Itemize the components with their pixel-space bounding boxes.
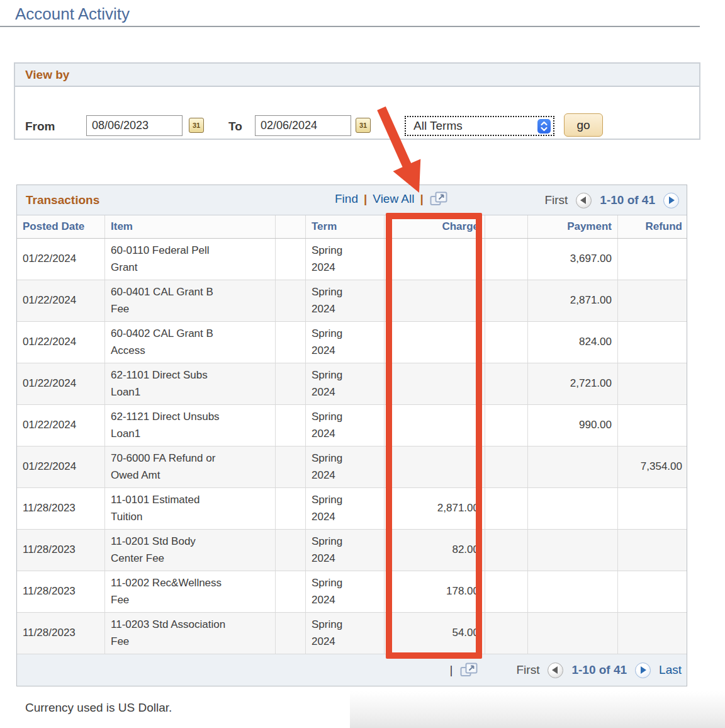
empty-cell bbox=[485, 530, 528, 571]
refund-cell bbox=[618, 613, 688, 654]
term-cell: Spring 2024 bbox=[306, 613, 385, 654]
term-cell: Spring 2024 bbox=[306, 280, 385, 321]
charge-cell bbox=[385, 322, 485, 363]
item-cell: 62-1101 Direct Subs Loan1 bbox=[105, 363, 276, 404]
empty-cell bbox=[485, 571, 528, 612]
transactions-titlebar: Transactions Find | View All | First 1-1… bbox=[17, 185, 687, 215]
table-row: 01/22/202462-1101 Direct Subs Loan1Sprin… bbox=[17, 363, 687, 405]
empty-cell bbox=[485, 405, 528, 446]
empty-cell bbox=[485, 613, 528, 654]
currency-note: Currency used is US Dollar. bbox=[25, 701, 172, 715]
from-calendar-icon[interactable]: 31 bbox=[189, 118, 204, 133]
table-row: 11/28/202311-0101 Estimated TuitionSprin… bbox=[17, 488, 687, 530]
previous-page-button[interactable] bbox=[548, 663, 563, 678]
empty-cell bbox=[485, 322, 528, 363]
view-by-body: From 31 To 31 All Terms go bbox=[15, 87, 699, 137]
row-range: 1-10 of 41 bbox=[600, 193, 655, 207]
table-row: 11/28/202311-0201 Std Body Center FeeSpr… bbox=[17, 530, 687, 571]
pagination-bottom-bar: | First 1-10 of 41 Last bbox=[17, 654, 687, 686]
table-row: 11/28/202311-0203 Std Association FeeSpr… bbox=[17, 613, 687, 654]
refund-cell bbox=[618, 530, 688, 571]
term-cell: Spring 2024 bbox=[306, 239, 385, 280]
refund-cell bbox=[618, 405, 688, 446]
term-select[interactable]: All Terms bbox=[405, 116, 554, 136]
from-label: From bbox=[25, 120, 55, 134]
col-empty-2 bbox=[485, 215, 528, 238]
table-body: 01/22/202460-0110 Federal Pell GrantSpri… bbox=[17, 239, 687, 654]
charge-cell: 54.00 bbox=[385, 613, 485, 654]
payment-cell: 824.00 bbox=[528, 322, 618, 363]
charge-cell: 2,871.00 bbox=[385, 488, 485, 529]
first-label: First bbox=[544, 193, 568, 207]
find-link[interactable]: Find bbox=[335, 192, 358, 206]
term-cell: Spring 2024 bbox=[306, 363, 385, 404]
posted-date-cell: 11/28/2023 bbox=[17, 488, 105, 529]
col-term: Term bbox=[306, 215, 385, 238]
item-cell: 60-0402 CAL Grant B Access bbox=[105, 322, 276, 363]
from-date-field[interactable] bbox=[86, 115, 183, 136]
view-by-title: View by bbox=[25, 68, 69, 82]
empty-cell bbox=[276, 571, 306, 612]
column-header-row: Posted Date Item Term Charge Payment Ref… bbox=[17, 215, 687, 239]
empty-cell bbox=[276, 322, 306, 363]
empty-cell bbox=[276, 363, 306, 404]
transactions-table: Transactions Find | View All | First 1-1… bbox=[16, 185, 687, 686]
go-button[interactable]: go bbox=[564, 113, 603, 137]
select-stepper-icon bbox=[537, 119, 551, 134]
payment-cell: 2,721.00 bbox=[528, 363, 618, 404]
item-cell: 11-0101 Estimated Tuition bbox=[105, 488, 276, 529]
refund-cell bbox=[618, 571, 688, 612]
to-calendar-icon[interactable]: 31 bbox=[356, 118, 371, 133]
payment-cell bbox=[528, 571, 618, 612]
refund-cell bbox=[618, 363, 688, 404]
row-range: 1-10 of 41 bbox=[571, 663, 627, 677]
to-label: To bbox=[228, 120, 242, 134]
next-page-button[interactable] bbox=[635, 663, 651, 678]
item-cell: 11-0201 Std Body Center Fee bbox=[105, 530, 276, 571]
posted-date-cell: 01/22/2024 bbox=[17, 322, 105, 363]
item-cell: 11-0202 Rec&Wellness Fee bbox=[105, 571, 276, 612]
payment-cell bbox=[528, 488, 618, 529]
download-grid-icon[interactable] bbox=[429, 191, 448, 208]
payment-cell: 2,871.00 bbox=[528, 280, 618, 321]
last-link[interactable]: Last bbox=[659, 663, 682, 677]
account-activity-page: Account Activity View by From 31 To 31 A… bbox=[0, 0, 725, 728]
transactions-title: Transactions bbox=[26, 185, 99, 215]
title-divider bbox=[0, 26, 700, 27]
item-cell: 62-1121 Direct Unsubs Loan1 bbox=[105, 405, 276, 446]
empty-cell bbox=[276, 239, 306, 280]
item-cell: 60-0401 CAL Grant B Fee bbox=[105, 280, 276, 321]
view-all-link[interactable]: View All bbox=[373, 192, 414, 206]
empty-cell bbox=[276, 280, 306, 321]
page-bottom-gradient bbox=[350, 691, 725, 728]
refund-cell bbox=[618, 280, 688, 321]
table-row: 01/22/202460-0402 CAL Grant B AccessSpri… bbox=[17, 322, 687, 363]
term-cell: Spring 2024 bbox=[306, 530, 385, 571]
empty-cell bbox=[276, 488, 306, 529]
refund-cell: 7,354.00 bbox=[618, 446, 688, 487]
to-date-field[interactable] bbox=[255, 115, 351, 136]
table-row: 01/22/202470-6000 FA Refund or Owed AmtS… bbox=[17, 446, 687, 488]
next-page-button[interactable] bbox=[663, 193, 679, 208]
empty-cell bbox=[276, 613, 306, 654]
previous-page-button[interactable] bbox=[576, 193, 592, 208]
empty-cell bbox=[276, 446, 306, 487]
posted-date-cell: 11/28/2023 bbox=[17, 613, 105, 654]
download-grid-icon[interactable] bbox=[459, 662, 478, 679]
link-separator: | bbox=[420, 192, 423, 206]
posted-date-cell: 01/22/2024 bbox=[17, 280, 105, 321]
empty-cell bbox=[485, 488, 528, 529]
empty-cell bbox=[485, 446, 528, 487]
term-select-value: All Terms bbox=[413, 119, 537, 133]
table-row: 11/28/202311-0202 Rec&Wellness FeeSpring… bbox=[17, 571, 687, 613]
empty-cell bbox=[276, 530, 306, 571]
col-refund: Refund bbox=[618, 215, 688, 238]
page-title: Account Activity bbox=[15, 4, 130, 24]
col-empty-1 bbox=[276, 215, 306, 238]
charge-cell bbox=[385, 239, 485, 280]
first-label: First bbox=[516, 663, 539, 677]
charge-cell bbox=[385, 363, 485, 404]
posted-date-cell: 11/28/2023 bbox=[17, 571, 105, 612]
empty-cell bbox=[485, 239, 528, 280]
payment-cell bbox=[528, 446, 618, 487]
